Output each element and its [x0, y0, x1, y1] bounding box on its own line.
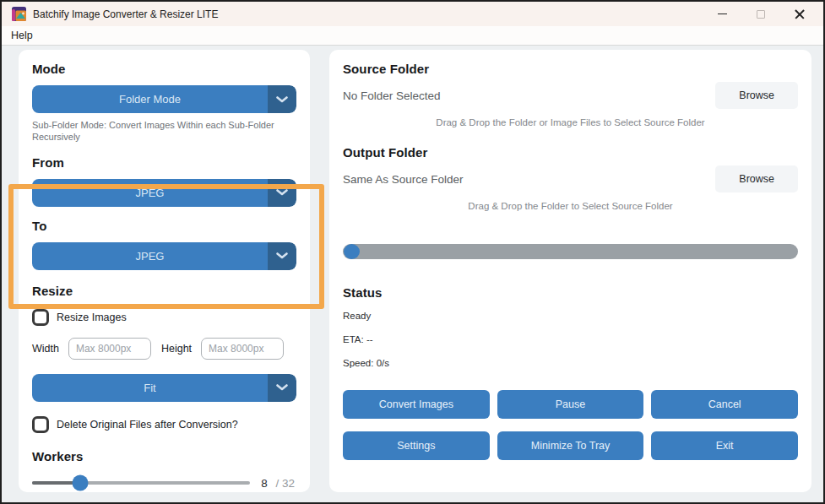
chevron-down-icon: [268, 374, 296, 402]
status-state: Ready: [343, 311, 798, 321]
convert-images-button[interactable]: Convert Images: [343, 390, 490, 419]
pause-button[interactable]: Pause: [497, 390, 644, 419]
chevron-down-icon: [268, 85, 296, 113]
folders-status-panel: Source Folder No Folder Selected Browse …: [329, 50, 811, 492]
app-logo-icon: [12, 7, 26, 21]
content-area: Mode Folder Mode Sub-Folder Mode: Conver…: [2, 46, 823, 502]
window-title: Batchify Image Converter & Resizer LITE: [33, 8, 218, 20]
workers-heading: Workers: [32, 449, 296, 463]
to-heading: To: [32, 219, 296, 233]
width-label: Width: [32, 343, 59, 355]
source-browse-button[interactable]: Browse: [715, 82, 798, 109]
workers-slider[interactable]: [32, 481, 250, 485]
maximize-button[interactable]: [754, 8, 768, 21]
workers-current: 8: [261, 477, 268, 490]
close-icon: [795, 9, 805, 19]
chevron-down-icon: [268, 242, 296, 270]
mode-heading: Mode: [32, 62, 296, 76]
to-format-dropdown[interactable]: JPEG: [32, 242, 296, 270]
exit-button[interactable]: Exit: [651, 431, 798, 460]
conversion-progress-bar: [343, 244, 798, 259]
output-browse-button[interactable]: Browse: [715, 165, 798, 192]
workers-max: / 32: [275, 477, 295, 490]
title-bar: Batchify Image Converter & Resizer LITE: [2, 2, 823, 26]
settings-panel: Mode Folder Mode Sub-Folder Mode: Conver…: [19, 50, 310, 492]
fit-mode-dropdown[interactable]: Fit: [32, 374, 296, 402]
delete-originals-checkbox[interactable]: [32, 416, 49, 433]
height-input[interactable]: [201, 338, 284, 360]
output-folder-value: Same As Source Folder: [343, 173, 464, 186]
cancel-button[interactable]: Cancel: [651, 390, 798, 419]
delete-originals-label: Delete Original Files after Conversion?: [57, 419, 238, 431]
status-speed: Speed: 0/s: [343, 358, 798, 368]
resize-images-checkbox[interactable]: [32, 309, 49, 326]
mode-dropdown[interactable]: Folder Mode: [32, 85, 296, 113]
resize-images-label: Resize Images: [57, 312, 127, 323]
from-format-dropdown[interactable]: JPEG: [32, 179, 296, 207]
minimize-to-tray-button[interactable]: Minimize To Tray: [497, 431, 644, 460]
mode-description: Sub-Folder Mode: Convert Images Within e…: [32, 119, 296, 144]
source-drop-hint: Drag & Drop the Folder or Image Files to…: [343, 117, 798, 127]
output-folder-heading: Output Folder: [343, 145, 798, 160]
close-button[interactable]: [793, 8, 806, 21]
from-format-value: JPEG: [32, 179, 268, 207]
menu-bar: Help: [2, 26, 823, 46]
source-folder-heading: Source Folder: [343, 62, 798, 76]
progress-thumb: [344, 244, 360, 259]
maximize-icon: [757, 10, 765, 19]
status-eta: ETA: --: [343, 334, 798, 344]
minimize-icon: [718, 14, 727, 14]
workers-slider-thumb[interactable]: [72, 475, 88, 491]
resize-heading: Resize: [32, 284, 296, 298]
from-heading: From: [32, 155, 296, 170]
source-folder-value: No Folder Selected: [343, 89, 441, 102]
menu-help[interactable]: Help: [5, 28, 39, 43]
height-label: Height: [161, 343, 192, 355]
progress-track: [343, 244, 798, 259]
settings-button[interactable]: Settings: [343, 431, 490, 460]
mode-dropdown-value: Folder Mode: [32, 85, 268, 113]
minimize-button[interactable]: [715, 8, 729, 21]
fit-mode-value: Fit: [32, 374, 268, 402]
status-heading: Status: [343, 285, 798, 300]
app-window: Batchify Image Converter & Resizer LITE …: [0, 0, 825, 504]
to-format-value: JPEG: [32, 242, 268, 270]
width-input[interactable]: [68, 338, 151, 360]
chevron-down-icon: [268, 179, 296, 207]
workers-value: 8 / 32: [261, 477, 296, 490]
output-drop-hint: Drag & Drop the Folder to Select Source …: [343, 201, 798, 211]
